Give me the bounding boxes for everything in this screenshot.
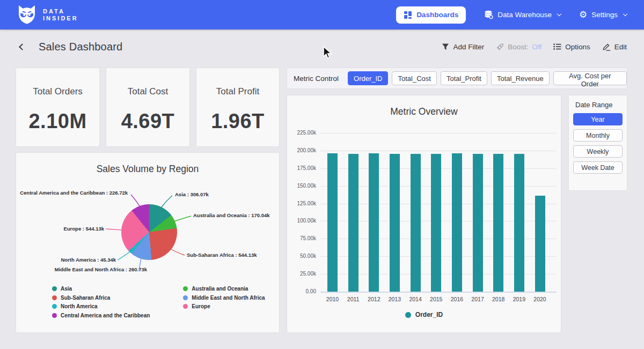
sales-dashboard-page: DATA INSIDER Dashboards	[0, 0, 644, 349]
x-axis-tick: 2017	[467, 296, 488, 302]
x-axis-tick: 2011	[343, 296, 363, 302]
legend-dot	[52, 286, 57, 291]
date-range-panel: Date Range YearMonthlyWeeklyWeek Date	[569, 95, 627, 190]
options-button[interactable]: Options	[553, 43, 590, 51]
pie-legend-item-central-america-and-the-caribbean[interactable]: Central America and the Caribbean	[52, 313, 150, 318]
boost-label: Boost:	[508, 43, 528, 51]
dashboards-button[interactable]: Dashboards	[396, 6, 466, 24]
bar-chart-title: Metric Overview	[287, 106, 561, 117]
gridline	[320, 292, 557, 293]
settings-label: Settings	[591, 11, 618, 19]
pie-legend-column-1: AsiaSub-Saharan AfricaNorth AmericaCentr…	[52, 286, 150, 318]
date-range-option-year[interactable]: Year	[573, 113, 623, 125]
kpi-card-total-cost: Total Cost 4.69T	[106, 68, 189, 146]
date-range-option-weekly[interactable]: Weekly	[573, 145, 623, 158]
legend-dot	[183, 286, 188, 291]
back-button[interactable]	[16, 41, 28, 53]
brand[interactable]: DATA INSIDER	[16, 5, 78, 25]
legend-dot	[52, 304, 57, 309]
y-axis-tick: 225.00k	[287, 130, 316, 136]
pie-legend-column-2: Australia and OceaniaMiddle East and Nor…	[183, 286, 265, 318]
bar-2020[interactable]	[535, 196, 545, 292]
bar-2019[interactable]	[514, 154, 524, 292]
metric-option-order-id[interactable]: Order_ID	[348, 71, 388, 85]
x-axis-tick: 2015	[426, 296, 447, 302]
bar-2012[interactable]	[369, 153, 379, 292]
dashboard-toolbar: Add Filter Boost: Off Options	[442, 42, 627, 51]
pencil-icon	[602, 42, 611, 51]
data-warehouse-menu[interactable]: Data Warehouse	[484, 10, 561, 19]
kpi-card-total-profit: Total Profit 1.96T	[196, 68, 279, 146]
x-axis-tick: 2020	[530, 296, 550, 302]
bar-2015[interactable]	[431, 154, 441, 292]
kpi-value: 4.69T	[121, 110, 175, 133]
kpi-label: Total Cost	[128, 86, 169, 97]
pie-label-asia: Asia : 306.07k	[175, 191, 209, 197]
pie-legend-item-north-america[interactable]: North America	[52, 303, 150, 309]
pie-legend: AsiaSub-Saharan AfricaNorth AmericaCentr…	[52, 286, 265, 318]
options-label: Options	[565, 43, 590, 51]
page-title: Sales Dashboard	[39, 41, 122, 53]
pie-legend-item-sub-saharan-africa[interactable]: Sub-Saharan Africa	[52, 295, 150, 301]
legend-label: Order_ID	[415, 311, 443, 318]
gridline	[320, 133, 557, 133]
legend-label: Europe	[192, 303, 210, 309]
chevron-down-icon	[623, 12, 627, 16]
x-axis-tick: 2016	[447, 296, 467, 302]
bar-2016[interactable]	[452, 153, 462, 292]
rocket-icon	[496, 43, 504, 51]
y-axis-tick: 25.00k	[287, 271, 316, 277]
add-filter-label: Add Filter	[453, 43, 484, 51]
kpi-label: Total Profit	[216, 86, 259, 97]
bar-2017[interactable]	[473, 154, 483, 292]
kpi-card-total-orders: Total Orders 2.10M	[16, 68, 99, 146]
pie-chart[interactable]	[121, 204, 177, 260]
x-axis-tick: 2012	[364, 296, 384, 302]
bar-chart-legend[interactable]: Order_ID	[287, 311, 561, 318]
legend-label: Middle East and North Africa	[192, 295, 265, 301]
pie-label-australia-and-oceania: Australia and Oceania : 170.04k	[193, 212, 270, 218]
kpi-value: 1.96T	[211, 110, 265, 133]
bar-2011[interactable]	[348, 154, 358, 292]
settings-menu[interactable]: ⚙ Settings	[579, 10, 627, 19]
bar-2014[interactable]	[411, 154, 421, 292]
bar-chart-plot: 2010201120122013201420152016201720182019…	[320, 133, 557, 292]
legend-dot	[405, 312, 411, 318]
pie-legend-item-asia[interactable]: Asia	[52, 286, 150, 292]
metric-option-total-profit[interactable]: Total_Profit	[441, 71, 487, 85]
metric-option-avg-cost-per-order[interactable]: Avg. Cost per Order	[553, 71, 627, 85]
pie-legend-item-middle-east-and-north-africa[interactable]: Middle East and North Africa	[183, 295, 265, 301]
sales-volume-by-region-card: Sales Volume by Region Asia : 306.07k Au…	[16, 153, 279, 332]
y-axis-tick: 150.00k	[287, 183, 316, 189]
filter-icon	[442, 43, 449, 50]
bar-2013[interactable]	[390, 154, 400, 292]
kpi-label: Total Orders	[33, 86, 83, 97]
date-range-option-week-date[interactable]: Week Date	[573, 161, 623, 174]
gear-icon: ⚙	[579, 10, 587, 19]
x-axis-tick: 2018	[488, 296, 509, 302]
brand-line2: INSIDER	[43, 15, 78, 22]
edit-button[interactable]: Edit	[602, 42, 627, 51]
metric-option-total-cost[interactable]: Total_Cost	[392, 71, 436, 85]
dashboards-label: Dashboards	[416, 11, 458, 19]
legend-dot	[52, 313, 57, 318]
owl-logo-icon	[16, 5, 38, 25]
legend-label: Central America and the Caribbean	[61, 313, 150, 318]
bar-2010[interactable]	[327, 153, 338, 292]
metric-option-total-revenue[interactable]: Total_Revenue	[491, 71, 550, 85]
y-axis-tick: 50.00k	[287, 253, 316, 259]
pie-legend-item-europe[interactable]: Europe	[183, 303, 265, 309]
boost-toggle[interactable]: Boost: Off	[496, 43, 541, 51]
legend-dot	[183, 304, 188, 309]
bar-2018[interactable]	[493, 154, 503, 292]
date-range-option-monthly[interactable]: Monthly	[573, 129, 623, 142]
chevron-left-icon	[19, 43, 26, 50]
top-navbar: DATA INSIDER Dashboards	[0, 0, 644, 29]
pie-label-north-america: North America : 45.34k	[61, 257, 116, 263]
pie-legend-item-australia-and-oceania[interactable]: Australia and Oceania	[183, 286, 265, 292]
pie-chart-title: Sales Volume by Region	[16, 164, 279, 175]
database-icon	[484, 10, 493, 19]
legend-label: Asia	[61, 286, 72, 292]
y-axis-tick: 175.00k	[287, 165, 316, 171]
add-filter-button[interactable]: Add Filter	[442, 43, 484, 51]
